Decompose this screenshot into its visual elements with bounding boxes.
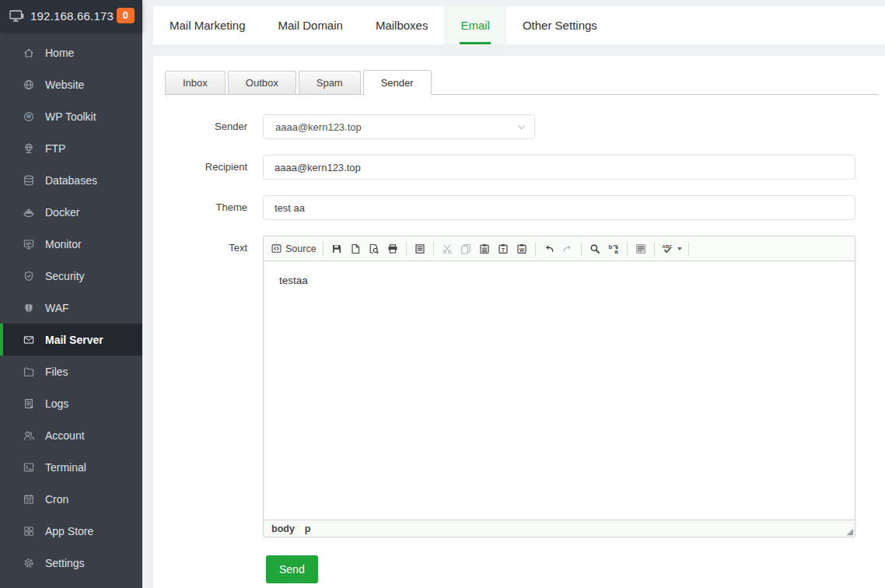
cron-calendar-icon: [23, 493, 35, 506]
spell-check-button[interactable]: ABC: [659, 240, 684, 258]
send-row: Send: [266, 555, 885, 583]
paste-plain-text-button[interactable]: T: [494, 240, 512, 258]
sidebar-item-label: Cron: [45, 493, 68, 506]
subtab-sender[interactable]: Sender: [363, 70, 432, 95]
sidebar-item-docker[interactable]: Docker: [0, 196, 142, 228]
tab-mail-marketing[interactable]: Mail Marketing: [153, 6, 262, 44]
toolbar-separator: [535, 242, 536, 256]
redo-icon: [561, 243, 574, 255]
spell-check-icon: ABC: [661, 243, 674, 255]
sidebar-item-home[interactable]: Home: [0, 37, 142, 68]
sender-select[interactable]: aaaa@kern123.top: [263, 114, 535, 139]
sidebar-item-website[interactable]: Website: [0, 68, 142, 100]
redo-button: [558, 240, 577, 258]
sidebar-item-label: Website: [45, 79, 84, 91]
sidebar-item-mail-server[interactable]: Mail Server: [0, 324, 142, 355]
sidebar-item-label: WAF: [45, 302, 69, 314]
sidebar-item-account[interactable]: Account: [0, 419, 142, 451]
sidebar-header: 192.168.66.173 0: [0, 0, 142, 31]
tab-other-settings[interactable]: Other Settings: [506, 6, 614, 44]
subtab-inbox[interactable]: Inbox: [165, 71, 226, 94]
sidebar-item-label: Monitor: [45, 238, 82, 250]
send-mail-form: Sender aaaa@kern123.top Recipient: [153, 114, 885, 583]
svg-text:W: W: [26, 114, 32, 119]
print-button[interactable]: [383, 240, 402, 258]
sidebar-item-label: Settings: [45, 557, 85, 569]
text-label: Text: [153, 236, 263, 537]
tab-mail-domain[interactable]: Mail Domain: [262, 6, 359, 44]
find-button[interactable]: [586, 240, 604, 258]
sidebar-item-label: Mail Server: [45, 334, 103, 346]
sender-select-value: aaaa@kern123.top: [275, 121, 516, 133]
path-element-body[interactable]: body: [271, 523, 295, 534]
databases-icon: [23, 174, 35, 187]
sidebar-item-databases[interactable]: Databases: [0, 164, 142, 196]
paste-from-word-button[interactable]: W: [512, 240, 531, 258]
sidebar-item-label: Account: [45, 429, 85, 442]
sidebar-item-ftp[interactable]: FTP: [0, 132, 142, 164]
svg-text:b: b: [608, 243, 612, 250]
monitor-icon: [23, 238, 35, 250]
templates-button[interactable]: [411, 240, 429, 258]
new-page-button[interactable]: [346, 240, 365, 258]
tab-mailboxes[interactable]: Mailboxes: [359, 6, 445, 44]
replace-button[interactable]: ba: [604, 240, 623, 258]
rich-text-editor: Source: [263, 236, 855, 537]
sidebar-item-wp-toolkit[interactable]: W WP Toolkit: [0, 100, 142, 132]
toolbar-separator: [654, 242, 655, 256]
save-button[interactable]: [327, 240, 346, 258]
app-store-grid-icon: [23, 525, 35, 537]
subtab-outbox[interactable]: Outbox: [228, 71, 296, 94]
sidebar-item-app-store[interactable]: App Store: [0, 515, 142, 547]
sidebar-item-cron[interactable]: Cron: [0, 483, 142, 515]
sidebar-item-label: Security: [45, 270, 85, 282]
mail-subtab-bar: Inbox Outbox Spam Sender: [165, 70, 879, 95]
sidebar: 192.168.66.173 0 Home Website W WP Toolk…: [0, 0, 142, 588]
undo-button[interactable]: [540, 240, 558, 258]
sidebar-item-label: Logs: [45, 397, 68, 410]
editor-resize-grip[interactable]: ◢: [847, 527, 853, 536]
sidebar-item-settings[interactable]: Settings: [0, 547, 142, 579]
sidebar-item-label: Files: [45, 366, 68, 378]
sidebar-item-files[interactable]: Files: [0, 355, 142, 387]
theme-input[interactable]: [263, 195, 855, 220]
paste-button[interactable]: [475, 240, 494, 258]
send-button[interactable]: Send: [266, 555, 318, 583]
server-ip: 192.168.66.173: [30, 9, 117, 23]
tab-email[interactable]: Email: [444, 6, 506, 44]
select-all-icon: [635, 243, 647, 255]
sidebar-item-terminal[interactable]: Terminal: [0, 451, 142, 483]
copy-button: [456, 240, 475, 258]
recipient-label: Recipient: [153, 155, 263, 180]
paste-icon: [478, 243, 491, 255]
sidebar-item-label: WP Toolkit: [45, 110, 96, 123]
sidebar-item-logs[interactable]: Logs: [0, 387, 142, 419]
text-row: Text Source: [153, 236, 885, 537]
save-icon: [331, 243, 343, 255]
paste-from-word-icon: W: [516, 243, 528, 255]
sender-label: Sender: [153, 114, 263, 139]
editor-content-area[interactable]: testaa: [264, 261, 855, 520]
sidebar-item-monitor[interactable]: Monitor: [0, 228, 142, 260]
source-button[interactable]: Source: [268, 240, 319, 258]
sidebar-item-waf[interactable]: WAF: [0, 292, 142, 324]
toolbar-separator: [433, 242, 434, 256]
path-element-p[interactable]: p: [305, 523, 311, 534]
recipient-input[interactable]: [263, 155, 855, 180]
sidebar-item-security[interactable]: Security: [0, 260, 142, 292]
content-panel: Inbox Outbox Spam Sender Sender aaaa@ker…: [153, 56, 885, 588]
mail-envelope-icon: [23, 334, 35, 346]
sidebar-item-label: Terminal: [45, 461, 86, 474]
theme-row: Theme: [153, 195, 885, 220]
notification-badge[interactable]: 0: [117, 8, 135, 23]
preview-button[interactable]: [365, 240, 383, 258]
toolbar-separator: [406, 242, 407, 256]
sidebar-item-label: Databases: [45, 174, 97, 187]
select-all-button[interactable]: [631, 240, 650, 258]
recipient-row: Recipient: [153, 155, 885, 180]
app-window: 192.168.66.173 0 Home Website W WP Toolk…: [0, 0, 885, 588]
top-tab-bar: Mail Marketing Mail Domain Mailboxes Ema…: [153, 6, 885, 44]
subtab-spam[interactable]: Spam: [299, 71, 361, 94]
ftp-icon: [23, 142, 35, 155]
toolbar-separator: [581, 242, 582, 256]
